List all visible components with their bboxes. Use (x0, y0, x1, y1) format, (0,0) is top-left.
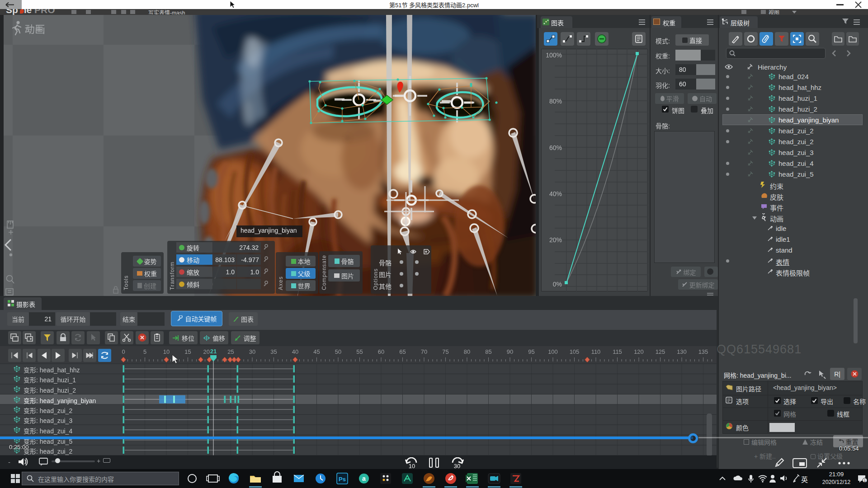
svg-text:60: 60 (378, 348, 384, 355)
svg-text:5: 5 (143, 348, 146, 355)
svg-text:Ps: Ps (339, 476, 346, 483)
svg-text:65: 65 (399, 348, 406, 355)
svg-text:15: 15 (184, 348, 191, 355)
svg-text:110: 110 (591, 348, 601, 355)
svg-text:105: 105 (570, 348, 580, 355)
svg-text:80%: 80% (549, 98, 562, 105)
svg-text:130: 130 (677, 348, 687, 355)
svg-text:95: 95 (528, 348, 534, 355)
svg-text:55: 55 (356, 348, 363, 355)
svg-text:30: 30 (249, 348, 255, 355)
svg-text:85: 85 (485, 348, 491, 355)
svg-text:75: 75 (442, 348, 448, 355)
svg-text:10: 10 (163, 348, 170, 355)
svg-text:35: 35 (270, 348, 277, 355)
svg-text:60%: 60% (549, 144, 562, 151)
svg-text:40: 40 (292, 348, 298, 355)
svg-text:head_yanjing_biyan: head_yanjing_biyan (241, 227, 297, 234)
svg-text:0%: 0% (553, 281, 562, 288)
svg-text:125: 125 (656, 348, 665, 355)
svg-text:a: a (362, 475, 366, 482)
svg-text:20: 20 (203, 348, 210, 355)
svg-text:40%: 40% (549, 190, 562, 197)
svg-text:70: 70 (421, 348, 427, 355)
svg-text:45: 45 (313, 348, 320, 355)
svg-text:20%: 20% (549, 236, 562, 244)
svg-text:120: 120 (634, 348, 644, 355)
svg-text:1: 1 (863, 479, 866, 483)
svg-text:10: 10 (409, 463, 415, 469)
svg-text:0: 0 (122, 348, 125, 355)
svg-text:90: 90 (507, 348, 513, 355)
svg-text:21: 21 (210, 348, 217, 355)
svg-text:115: 115 (613, 348, 622, 355)
svg-text:100: 100 (548, 348, 558, 355)
svg-text:80: 80 (464, 348, 470, 355)
svg-text:100%: 100% (546, 52, 562, 59)
svg-text:30: 30 (454, 463, 460, 469)
svg-text:25: 25 (227, 348, 234, 355)
svg-text:50: 50 (335, 348, 341, 355)
svg-text:135: 135 (698, 348, 708, 355)
